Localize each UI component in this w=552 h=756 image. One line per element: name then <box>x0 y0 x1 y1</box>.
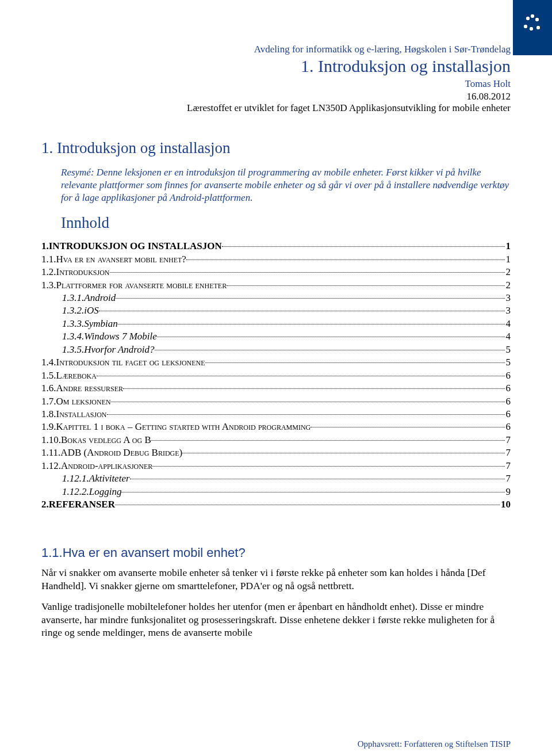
toc-leader-dots <box>99 311 505 311</box>
toc-entry-page: 4 <box>506 330 511 343</box>
section-1-heading: 1. Introduksjon og installasjon <box>41 139 511 157</box>
toc-entry[interactable]: 1.12.1.Aktiviteter7 <box>62 472 511 485</box>
toc-leader-dots <box>118 324 505 324</box>
toc-entry-label: 1.8.Installasjon <box>41 408 107 421</box>
toc-entry-label: 1.5.Læreboka <box>41 369 97 382</box>
author-line: Tomas Holt <box>41 78 511 90</box>
toc-entry[interactable]: 1.3.Plattformer for avanserte mobile enh… <box>41 279 511 292</box>
toc-leader-dots <box>155 350 505 350</box>
toc-entry-page: 5 <box>506 343 511 356</box>
toc-leader-dots <box>310 427 504 427</box>
toc-entry-label: 1.INTRODUKSJON OG INSTALLASJON <box>41 240 222 253</box>
toc-leader-dots <box>182 453 504 453</box>
toc-entry-label: 2.REFERANSER <box>41 498 115 511</box>
toc-entry-page: 5 <box>506 356 511 369</box>
toc-leader-dots <box>151 440 505 441</box>
toc-entry-page: 10 <box>501 498 511 511</box>
toc-leader-dots <box>123 388 504 389</box>
toc-entry-label: 1.3.3.Symbian <box>62 318 118 330</box>
toc-entry-page: 2 <box>506 279 511 292</box>
toc-entry[interactable]: 1.10.Bokas vedlegg A og B7 <box>41 434 511 446</box>
toc-entry-page: 2 <box>506 266 511 278</box>
toc-entry[interactable]: 1.2.Introduksjon2 <box>41 266 511 278</box>
toc-entry[interactable]: 1.3.4.Windows 7 Mobile4 <box>62 330 511 343</box>
toc-entry[interactable]: 1.8.Installasjon6 <box>41 408 511 421</box>
toc-entry[interactable]: 1.3.2.iOS3 <box>62 304 511 317</box>
body-paragraph: Når vi snakker om avanserte mobile enhet… <box>41 566 511 592</box>
toc-leader-dots <box>227 285 504 286</box>
toc-entry-page: 6 <box>506 382 511 395</box>
toc-entry-page: 1 <box>506 240 511 253</box>
toc-entry-label: 1.10.Bokas vedlegg A og B <box>41 434 151 446</box>
toc-leader-dots <box>121 492 504 492</box>
toc-entry-label: 1.12.1.Aktiviteter <box>62 472 130 485</box>
toc-entry-page: 7 <box>506 460 511 472</box>
toc-entry[interactable]: 1.5.Læreboka6 <box>41 369 511 382</box>
toc-entry-page: 6 <box>506 408 511 421</box>
toc-entry[interactable]: 1.12.2.Logging9 <box>62 486 511 498</box>
toc-entry[interactable]: 1.4.Introduksjon til faget og leksjonene… <box>41 356 511 369</box>
toc-leader-dots <box>116 298 504 299</box>
toc-entry-label: 1.7.Om leksjonen <box>41 395 111 408</box>
body-paragraph: Vanlige tradisjonelle mobiltelefoner hol… <box>41 600 511 639</box>
toc-entry[interactable]: 1.12.Android-applikasjoner7 <box>41 460 511 472</box>
toc-leader-dots <box>130 479 505 479</box>
toc-entry[interactable]: 1.1.Hva er en avansert mobil enhet?1 <box>41 253 511 266</box>
toc-entry-page: 3 <box>506 304 511 317</box>
toc-entry-label: 1.3.1.Android <box>62 292 116 304</box>
table-of-contents: 1.INTRODUKSJON OG INSTALLASJON11.1.Hva e… <box>41 240 511 511</box>
toc-entry-page: 7 <box>506 434 511 446</box>
toc-leader-dots <box>157 337 505 337</box>
toc-entry-page: 7 <box>506 446 511 459</box>
subsection-1-1-heading: 1.1.Hva er en avansert mobil enhet? <box>41 545 511 560</box>
toc-entry-label: 1.9.Kapittel 1 i boka – Getting started … <box>41 421 310 433</box>
toc-entry[interactable]: 1.INTRODUKSJON OG INSTALLASJON1 <box>41 240 511 253</box>
page-title: 1. Introduksjon og installasjon <box>41 56 511 76</box>
document-header: Avdeling for informatikk og e-læring, Hø… <box>41 44 511 114</box>
toc-entry[interactable]: 1.3.5.Hvorfor Android?5 <box>62 343 511 356</box>
toc-leader-dots <box>222 246 505 247</box>
toc-entry-page: 1 <box>506 253 511 266</box>
toc-leader-dots <box>110 272 505 273</box>
toc-entry[interactable]: 1.6.Andre ressurser6 <box>41 382 511 395</box>
toc-entry-label: 1.6.Andre ressurser <box>41 382 123 395</box>
toc-leader-dots <box>111 402 505 402</box>
toc-leader-dots <box>107 414 505 415</box>
toc-leader-dots <box>186 259 505 260</box>
date-line: 16.08.2012 <box>41 91 511 102</box>
toc-entry-label: 1.11.ADB (Android Debug Bridge) <box>41 446 182 459</box>
logo-icon <box>513 0 552 55</box>
department-line: Avdeling for informatikk og e-læring, Hø… <box>41 44 511 55</box>
toc-entry-label: 1.3.Plattformer for avanserte mobile enh… <box>41 279 227 292</box>
toc-entry[interactable]: 1.3.1.Android3 <box>62 292 511 304</box>
toc-entry-page: 3 <box>506 292 511 304</box>
toc-leader-dots <box>205 362 505 363</box>
toc-entry-page: 9 <box>506 486 511 498</box>
toc-entry-label: 1.3.4.Windows 7 Mobile <box>62 330 157 343</box>
toc-entry-label: 1.4.Introduksjon til faget og leksjonene <box>41 356 205 369</box>
toc-entry-page: 6 <box>506 421 511 433</box>
toc-entry-label: 1.12.Android-applikasjoner <box>41 460 152 472</box>
toc-entry-page: 7 <box>506 472 511 485</box>
toc-entry[interactable]: 1.7.Om leksjonen6 <box>41 395 511 408</box>
toc-entry-label: 1.1.Hva er en avansert mobil enhet? <box>41 253 186 266</box>
toc-entry-page: 4 <box>506 318 511 330</box>
toc-entry-label: 1.3.5.Hvorfor Android? <box>62 343 155 356</box>
toc-entry-label: 1.12.2.Logging <box>62 486 121 498</box>
resume-paragraph: Resymé: Denne leksjonen er en introduksj… <box>61 166 511 204</box>
toc-heading: Innhold <box>61 214 511 232</box>
document-page: Avdeling for informatikk og e-læring, Hø… <box>0 0 552 756</box>
toc-entry-label: 1.2.Introduksjon <box>41 266 110 278</box>
toc-entry[interactable]: 2.REFERANSER10 <box>41 498 511 511</box>
copyright-footer: Opphavsrett: Forfatteren og Stiftelsen T… <box>358 739 511 749</box>
course-line: Lærestoffet er utviklet for faget LN350D… <box>41 102 511 114</box>
toc-leader-dots <box>97 376 505 376</box>
toc-entry-page: 6 <box>506 395 511 408</box>
toc-entry[interactable]: 1.3.3.Symbian4 <box>62 318 511 330</box>
toc-entry-label: 1.3.2.iOS <box>62 304 99 317</box>
toc-entry[interactable]: 1.11.ADB (Android Debug Bridge)7 <box>41 446 511 459</box>
toc-entry-page: 6 <box>506 369 511 382</box>
toc-entry[interactable]: 1.9.Kapittel 1 i boka – Getting started … <box>41 421 511 433</box>
toc-leader-dots <box>115 505 500 505</box>
toc-leader-dots <box>152 466 504 467</box>
